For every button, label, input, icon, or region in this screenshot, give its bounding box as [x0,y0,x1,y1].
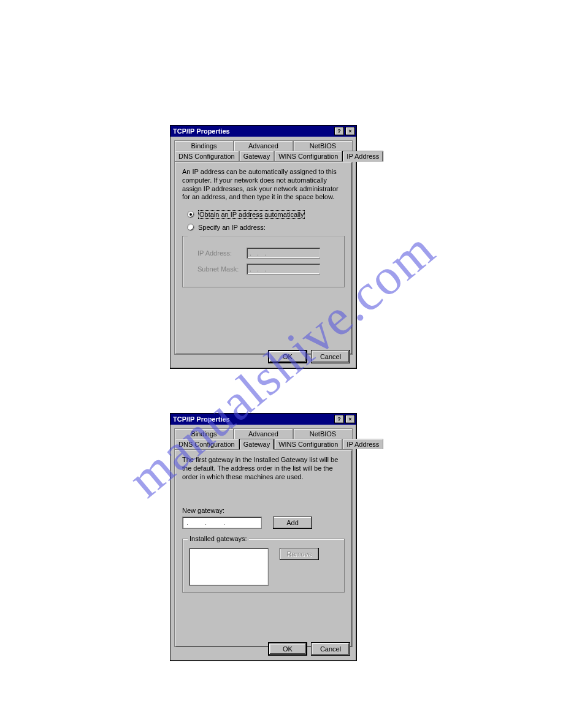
remove-button: Remove [280,548,319,560]
tcpip-properties-dialog-gateway: TCP/IP Properties ? × Bindings Advanced … [170,413,357,661]
radio-obtain-auto[interactable] [187,211,194,218]
tab-strip: Bindings Advanced NetBIOS DNS Configurat… [174,140,353,161]
installed-gateways-list[interactable] [189,548,269,586]
ok-button[interactable]: OK [268,350,307,363]
description-text: An IP address can be automatically assig… [182,168,345,202]
help-button[interactable]: ? [334,415,344,423]
tab-gateway[interactable]: Gateway [239,151,274,161]
tab-dns-configuration[interactable]: DNS Configuration [174,439,239,449]
tab-gateway[interactable]: Gateway [239,439,274,450]
radio-specify-label: Specify an IP address: [198,224,266,231]
add-button[interactable]: Add [273,517,312,529]
tab-bindings[interactable]: Bindings [174,140,234,151]
ip-address-input: . . . [247,248,320,259]
subnet-mask-input: . . . [247,264,320,275]
tab-ip-address[interactable]: IP Address [342,439,383,449]
new-gateway-label: New gateway: [182,507,345,514]
tab-netbios[interactable]: NetBIOS [293,428,353,439]
radio-obtain-auto-label: Obtain an IP address automatically [198,210,305,219]
dialog-button-row: OK Cancel [268,350,350,363]
close-button[interactable]: × [345,415,355,423]
tab-netbios[interactable]: NetBIOS [293,140,353,151]
tab-wins-configuration[interactable]: WINS Configuration [274,439,342,449]
ip-address-label: IP Address: [197,249,247,257]
installed-gateways-label: Installed gateways: [188,535,249,542]
dialog-button-row: OK Cancel [268,642,350,656]
help-button[interactable]: ? [334,127,344,135]
tab-ip-address[interactable]: IP Address [342,151,383,162]
radio-obtain-auto-row[interactable]: Obtain an IP address automatically [187,210,345,219]
titlebar: TCP/IP Properties ? × [170,414,356,425]
tab-bindings[interactable]: Bindings [174,428,234,439]
tab-strip: Bindings Advanced NetBIOS DNS Configurat… [174,428,353,449]
tab-panel-gateway: The first gateway in the Installed Gatew… [174,449,353,647]
tab-wins-configuration[interactable]: WINS Configuration [274,151,342,161]
tab-panel-ip-address: An IP address can be automatically assig… [174,161,353,355]
installed-gateways-group: Installed gateways: Remove [182,539,345,593]
radio-specify[interactable] [187,224,194,231]
radio-specify-row[interactable]: Specify an IP address: [187,224,345,231]
ok-button[interactable]: OK [268,642,307,656]
new-gateway-input[interactable]: . . . [182,517,262,529]
tab-advanced[interactable]: Advanced [234,140,293,151]
subnet-mask-label: Subnet Mask: [197,265,247,273]
tcpip-properties-dialog-ipaddress: TCP/IP Properties ? × Bindings Advanced … [170,125,357,369]
dialog-title: TCP/IP Properties [173,415,333,423]
close-button[interactable]: × [345,127,355,135]
titlebar: TCP/IP Properties ? × [170,126,356,137]
ip-fields-group: IP Address: . . . Subnet Mask: . . . [182,236,345,287]
dialog-title: TCP/IP Properties [173,127,333,135]
cancel-button[interactable]: Cancel [311,350,350,363]
tab-advanced[interactable]: Advanced [234,428,293,439]
cancel-button[interactable]: Cancel [311,642,350,656]
tab-dns-configuration[interactable]: DNS Configuration [174,151,239,161]
description-text: The first gateway in the Installed Gatew… [182,456,345,481]
